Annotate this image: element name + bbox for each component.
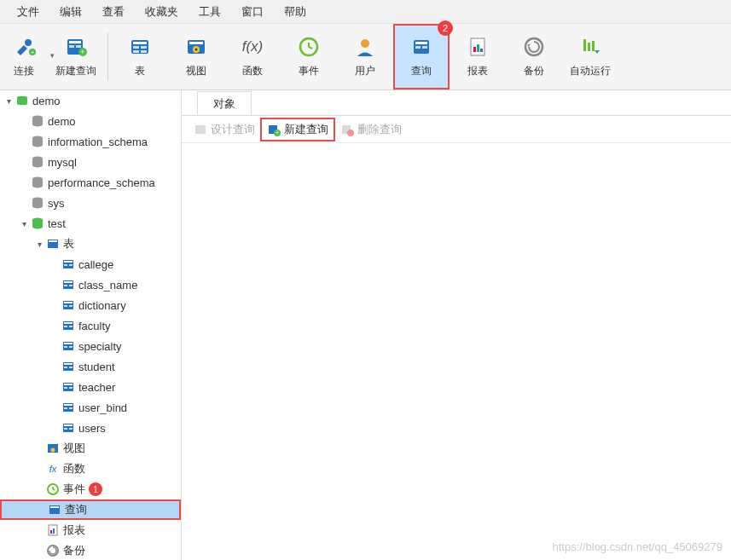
svg-rect-33	[592, 41, 595, 51]
tree-item-student[interactable]: student	[0, 356, 181, 377]
tree-item-表[interactable]: ▾表	[0, 234, 181, 254]
tree-item-callege[interactable]: callege	[0, 254, 181, 274]
svg-rect-65	[64, 305, 67, 307]
toolbar-newquery-button[interactable]: +新建查询	[48, 24, 104, 89]
query-icon	[409, 35, 433, 59]
tree-item-test[interactable]: ▾test	[0, 213, 181, 234]
expand-icon[interactable]: ▾	[3, 96, 14, 106]
tree-label: demo	[48, 115, 76, 128]
tree-item-dictionary[interactable]: dictionary	[0, 295, 181, 315]
table-blue-icon	[61, 421, 75, 435]
design-icon	[194, 123, 207, 136]
svg-rect-81	[64, 387, 67, 389]
menu-tools[interactable]: 工具	[189, 4, 231, 20]
sidebar: ▾demodemoinformation_schemamysqlperforma…	[0, 90, 182, 560]
tree-label: 备份	[63, 543, 85, 558]
expand-icon[interactable]: ▾	[19, 219, 29, 228]
svg-text:+: +	[276, 130, 279, 136]
tree-item-teacher[interactable]: teacher	[0, 377, 181, 397]
tree-label: teacher	[78, 381, 115, 394]
svg-rect-85	[64, 407, 67, 409]
table-blue-icon	[61, 401, 75, 414]
toolbar-user-button[interactable]: 用户	[337, 24, 393, 89]
menu-view[interactable]: 查看	[92, 4, 135, 20]
svg-rect-70	[69, 326, 73, 327]
svg-rect-29	[480, 49, 483, 52]
toolbar-report-button[interactable]: 报表	[450, 24, 506, 89]
svg-rect-58	[69, 264, 73, 266]
tree-label: test	[48, 217, 66, 230]
tree-label: mysql	[48, 156, 77, 169]
tree-item-备份[interactable]: 备份	[0, 540, 181, 560]
svg-rect-11	[133, 46, 139, 49]
tree-label: 表	[63, 236, 74, 251]
toolbar-event-button[interactable]: 事件	[281, 24, 337, 89]
tree-label: 视图	[63, 441, 85, 456]
svg-rect-69	[64, 326, 67, 327]
fx-small-icon: fx	[46, 462, 60, 476]
svg-text:+: +	[31, 49, 35, 56]
menu-edit[interactable]: 编辑	[49, 4, 92, 20]
svg-rect-77	[64, 367, 67, 368]
tree-item-information_schema[interactable]: information_schema	[0, 131, 181, 152]
svg-point-46	[32, 184, 43, 188]
tree-label: specialty	[78, 340, 122, 353]
tree-item-class_name[interactable]: class_name	[0, 274, 181, 295]
menu-help[interactable]: 帮助	[274, 4, 316, 20]
svg-rect-72	[64, 343, 73, 344]
table-blue-icon	[61, 380, 75, 394]
tree-item-demo[interactable]: demo	[0, 111, 181, 131]
tree-label: user_bind	[78, 401, 127, 414]
tree-item-users[interactable]: users	[0, 418, 181, 438]
tree-item-查询[interactable]: 查询	[0, 499, 181, 520]
query-small-icon	[48, 503, 61, 517]
table-blue-icon	[61, 360, 75, 373]
db-grey-icon	[31, 196, 44, 210]
svg-text:f(x): f(x)	[242, 38, 264, 55]
tree-label: performance_schema	[48, 176, 155, 189]
tab-objects[interactable]: 对象	[197, 91, 252, 115]
svg-rect-80	[64, 384, 73, 385]
svg-rect-16	[189, 42, 203, 44]
conn-icon	[15, 94, 29, 107]
svg-rect-99	[53, 528, 55, 534]
svg-rect-90	[69, 428, 73, 430]
menu-file[interactable]: 文件	[7, 4, 49, 20]
sub-btn-design: 设计查询	[189, 119, 260, 140]
toolbar-query-button[interactable]: 查询2	[393, 24, 450, 89]
tree-item-视图[interactable]: 视图	[0, 438, 181, 459]
toolbar-connect-button[interactable]: +连接▾	[0, 24, 48, 89]
tree-label: 报表	[63, 522, 85, 538]
svg-rect-62	[69, 285, 73, 286]
menu-fav[interactable]: 收藏夹	[135, 4, 189, 20]
toolbar-autorun-button[interactable]: 自动运行	[562, 24, 618, 89]
toolbar-backup-button[interactable]: 备份	[506, 24, 562, 89]
tree-item-performance_schema[interactable]: performance_schema	[0, 172, 181, 193]
toolbar-func-button[interactable]: f(x)函数	[224, 24, 281, 89]
svg-rect-56	[64, 261, 73, 263]
tree-item-faculty[interactable]: faculty	[0, 315, 181, 336]
toolbar-view-button[interactable]: 视图	[168, 24, 224, 89]
svg-point-49	[32, 205, 43, 209]
tree-item-事件[interactable]: 事件1	[0, 479, 181, 499]
svg-rect-76	[64, 363, 73, 365]
sub-btn-label: 删除查询	[357, 122, 402, 137]
tree-item-root[interactable]: ▾demo	[0, 90, 181, 111]
db-grey-icon	[31, 135, 44, 148]
tree-item-sys[interactable]: sys	[0, 193, 181, 213]
tree-item-mysql[interactable]: mysql	[0, 152, 181, 172]
svg-rect-25	[422, 46, 427, 49]
toolbar-table-button[interactable]: 表	[112, 24, 168, 89]
sub-btn-newq[interactable]: +新建查询	[260, 118, 335, 141]
toolbar-report-label: 报表	[467, 64, 488, 78]
plug-icon: +	[12, 35, 36, 59]
tree-item-报表[interactable]: 报表	[0, 520, 181, 540]
tree-item-函数[interactable]: fx函数	[0, 459, 181, 479]
tree-item-specialty[interactable]: specialty	[0, 336, 181, 356]
svg-rect-27	[473, 47, 476, 52]
menu-window[interactable]: 窗口	[231, 4, 274, 20]
expand-icon[interactable]: ▾	[34, 240, 44, 249]
tree-item-user_bind[interactable]: user_bind	[0, 397, 181, 418]
tree-label: demo	[32, 95, 61, 107]
report-icon	[466, 35, 490, 59]
